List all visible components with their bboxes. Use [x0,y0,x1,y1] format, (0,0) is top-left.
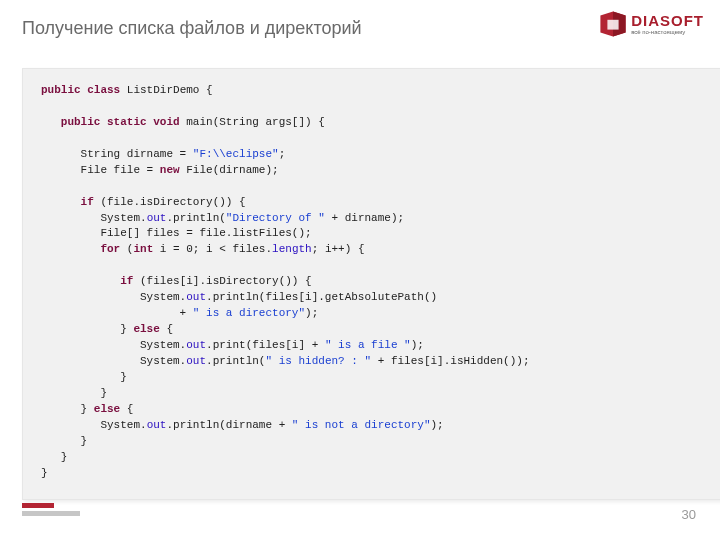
logo-tagline: всё по-настоящему [631,29,704,35]
footer-accent-red [22,503,54,508]
page-number: 30 [682,507,696,522]
footer-accent-gray [22,511,80,516]
logo-text: DIASOFT [631,13,704,28]
brand-logo: DIASOFT всё по-настоящему [599,10,704,38]
slide-title: Получение списка файлов и директорий [22,18,362,39]
code-content: public class ListDirDemo { public static… [41,83,706,481]
code-block: public class ListDirDemo { public static… [22,68,720,500]
logo-icon [599,10,627,38]
